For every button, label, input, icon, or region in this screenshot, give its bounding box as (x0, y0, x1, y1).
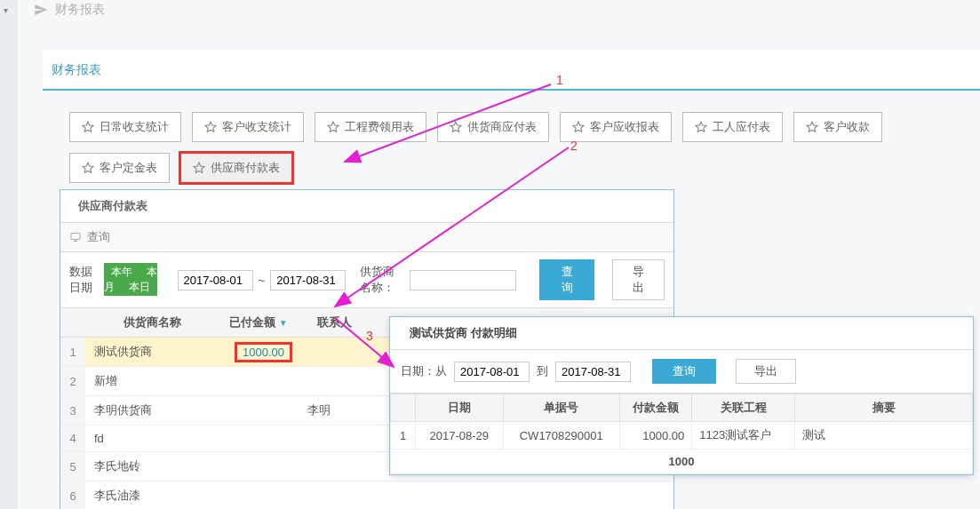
dcol-no[interactable]: 单据号 (503, 394, 619, 422)
detail-date-prefix: 日期：从 (401, 363, 447, 379)
dcol-memo[interactable]: 摘要 (795, 394, 973, 422)
drow-no: CW1708290001 (503, 422, 619, 449)
tag-btn-6[interactable]: 客户收款 (793, 112, 882, 142)
row-index: 4 (60, 425, 85, 452)
tag-btn-4[interactable]: 客户应收报表 (560, 112, 672, 142)
dcol-date[interactable]: 日期 (416, 394, 504, 422)
cell-amount (219, 452, 299, 481)
cell-amount (219, 481, 299, 510)
cell-phone (370, 481, 441, 510)
pill-2[interactable]: 本日 (122, 278, 157, 296)
svg-marker-3 (450, 122, 461, 131)
svg-marker-6 (807, 122, 817, 131)
col-amount[interactable]: 已付金额 ▼ (219, 308, 299, 338)
sort-desc-icon: ▼ (279, 318, 288, 328)
detail-query-button[interactable]: 查询 (652, 359, 716, 384)
svg-rect-9 (71, 234, 80, 240)
date-from-input[interactable] (178, 270, 253, 290)
svg-marker-2 (328, 122, 339, 131)
panel-title: 供应商付款表 (60, 190, 673, 223)
detail-date-from[interactable] (454, 362, 530, 382)
detail-date-to[interactable] (555, 362, 631, 382)
page-header: 财务报表 (34, 2, 105, 18)
detail-date-mid: 到 (537, 363, 548, 379)
cell-addr (441, 481, 673, 510)
tag-button-row: 日常收支统计客户收支统计工程费领用表供货商应付表客户应收报表工人应付表客户收款 (43, 91, 980, 142)
svg-marker-7 (83, 163, 93, 172)
query-button[interactable]: 查询 (539, 259, 595, 300)
plane-icon (34, 3, 48, 17)
cell-name: 李明供货商 (85, 396, 219, 425)
tag-btn-r2-0[interactable]: 客户定金表 (69, 153, 170, 183)
cell-amount: 1000.00 (219, 338, 299, 367)
amount-value: 1000.00 (237, 345, 290, 360)
star-icon (806, 121, 818, 133)
svg-marker-4 (573, 122, 584, 131)
card: 财务报表 日常收支统计客户收支统计工程费领用表供货商应付表客户应收报表工人应付表… (43, 50, 980, 183)
date-sep: ~ (259, 274, 266, 287)
tag-label: 供应商付款表 (211, 160, 280, 176)
dcol-amt[interactable]: 付款金额 (619, 394, 692, 422)
cell-name: 新增 (85, 367, 219, 396)
tag-label: 工程费领用表 (345, 119, 414, 135)
monitor-icon (69, 232, 82, 243)
cell-amount (219, 425, 299, 452)
star-icon (82, 162, 94, 174)
tag-btn-2[interactable]: 工程费领用表 (315, 112, 426, 142)
detail-sum: 1000 (391, 449, 973, 474)
tag-btn-1[interactable]: 客户收支统计 (192, 112, 304, 142)
row-index: 2 (60, 367, 85, 396)
menu-caret-icon[interactable]: ▾ (4, 5, 8, 15)
detail-table: 日期 单据号 付款金额 关联工程 摘要 12017-08-29CW1708290… (390, 394, 973, 474)
supplier-name-input[interactable] (410, 270, 516, 290)
drow-memo: 测试 (795, 422, 973, 449)
cell-amount (219, 367, 299, 396)
detail-filter: 日期：从 到 查询 导出 (390, 350, 973, 394)
cell-contact: 李明 (299, 396, 370, 425)
detail-row[interactable]: 12017-08-29CW17082900011000.001123测试客户测试 (391, 422, 973, 449)
detail-export-button[interactable]: 导出 (736, 359, 796, 384)
query-label: 查询 (87, 229, 110, 245)
tag-button-row-2: 客户定金表供应商付款表 (43, 142, 980, 183)
date-label: 数据日期 (69, 264, 99, 296)
row-index: 1 (60, 338, 85, 367)
tag-label: 供货商应付表 (467, 119, 537, 135)
star-icon (450, 121, 462, 133)
tag-label: 工人应付表 (713, 119, 770, 135)
cell-contact (299, 367, 370, 396)
tag-label: 客户收款 (824, 119, 870, 135)
detail-panel: 测试供货商 付款明细 日期：从 到 查询 导出 日期 单据号 付款金额 关联工程… (389, 316, 974, 475)
row-index: 6 (60, 481, 85, 510)
cell-name: fd (85, 425, 219, 452)
star-icon (193, 162, 205, 174)
tag-label: 客户应收报表 (590, 119, 659, 135)
col-name[interactable]: 供货商名称 (85, 308, 219, 338)
star-icon (572, 121, 585, 133)
col-contact[interactable]: 联系人 (299, 308, 370, 338)
tag-btn-0[interactable]: 日常收支统计 (69, 112, 181, 142)
date-to-input[interactable] (270, 270, 346, 290)
tag-label: 客户收支统计 (222, 119, 291, 135)
star-icon (82, 121, 94, 133)
cell-name: 测试供货商 (85, 338, 219, 367)
filter-row: 数据日期 本年本月本日 ~ 供货商名称： 查询 导出 (60, 252, 673, 308)
star-icon (327, 121, 339, 133)
drow-date: 2017-08-29 (416, 422, 504, 449)
export-button[interactable]: 导出 (612, 259, 665, 300)
table-row[interactable]: 6李氏油漆 (60, 481, 673, 510)
svg-marker-8 (194, 163, 204, 172)
panel-subbar: 查询 (60, 223, 673, 252)
detail-title: 测试供货商 付款明细 (390, 317, 973, 350)
page-title: 财务报表 (55, 2, 105, 18)
cell-contact (299, 338, 370, 367)
cell-name: 李氏地砖 (85, 452, 219, 481)
cell-contact (299, 425, 370, 452)
cell-contact (299, 452, 370, 481)
tag-btn-r2-1[interactable]: 供应商付款表 (180, 153, 292, 183)
drow-proj: 1123测试客户 (692, 422, 795, 449)
tag-btn-3[interactable]: 供货商应付表 (437, 112, 549, 142)
tag-btn-5[interactable]: 工人应付表 (682, 112, 783, 142)
cell-contact (299, 481, 370, 510)
star-icon (204, 121, 217, 133)
dcol-proj[interactable]: 关联工程 (692, 394, 795, 422)
